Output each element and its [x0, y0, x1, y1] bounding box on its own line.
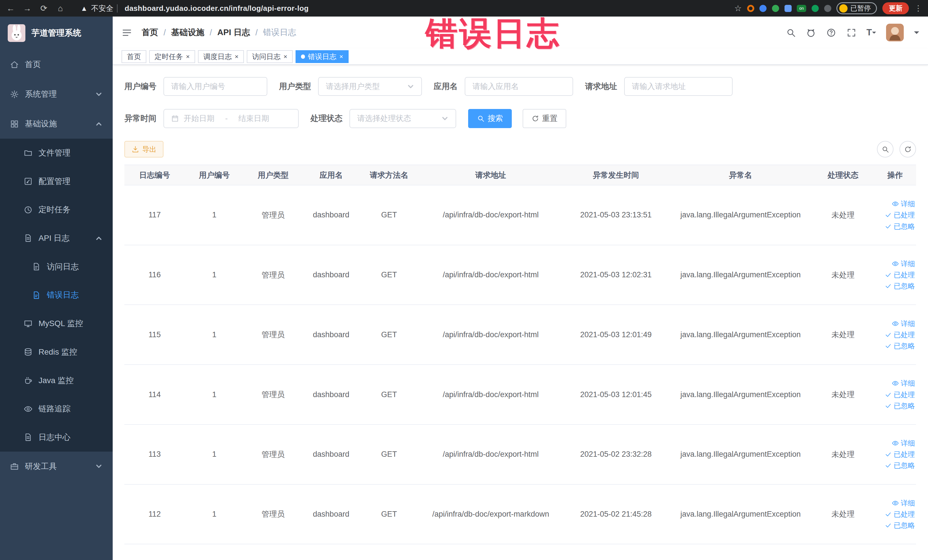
ignored-link[interactable]: 已忽略 — [885, 461, 915, 470]
sidebar-item-mysql-monitor[interactable]: MySQL 监控 — [0, 309, 113, 338]
filter-user-type: 用户类型 请选择用户类型 — [279, 77, 422, 96]
app-title: 芋道管理系统 — [31, 27, 81, 39]
processed-link[interactable]: 已处理 — [885, 270, 915, 279]
request-url-input[interactable]: 请输入请求地址 — [624, 77, 733, 96]
sidebar-item-label: 首页 — [25, 59, 41, 70]
extension-icon[interactable] — [772, 5, 779, 12]
detail-link[interactable]: 详细 — [892, 378, 915, 388]
reset-button[interactable]: 重置 — [523, 109, 566, 128]
fullscreen-icon[interactable] — [846, 27, 856, 38]
search-icon[interactable] — [786, 27, 796, 38]
ignored-link[interactable]: 已忽略 — [885, 281, 915, 291]
sidebar-item-label: Redis 监控 — [38, 346, 77, 357]
sidebar-item-dev-tools[interactable]: 研发工具 — [0, 452, 113, 481]
toggle-search-button[interactable] — [877, 141, 893, 157]
user-id-input[interactable]: 请输入用户编号 — [163, 77, 267, 96]
extension-icon[interactable] — [785, 5, 792, 12]
exception-time-range-picker[interactable]: 开始日期 - 结束日期 — [163, 109, 299, 128]
update-button[interactable]: 更新 — [882, 2, 909, 14]
processed-link[interactable]: 已处理 — [885, 210, 915, 220]
ignored-link[interactable]: 已忽略 — [885, 341, 915, 351]
table-cell: GET — [360, 305, 418, 365]
tab-调度日志[interactable]: 调度日志× — [198, 50, 244, 63]
user-avatar[interactable] — [886, 24, 904, 41]
sidebar-item-infrastructure[interactable]: 基础设施 — [0, 109, 113, 139]
profile-paused-badge[interactable]: 已暂停 — [836, 2, 877, 14]
app-logo[interactable]: 芋道管理系统 — [0, 17, 113, 50]
tab-close-icon[interactable]: × — [339, 53, 343, 60]
breadcrumb-item[interactable]: 基础设施 — [171, 27, 204, 38]
sidebar-toggle-icon[interactable] — [122, 27, 132, 38]
browser-menu-icon[interactable]: ⋮ — [914, 4, 922, 13]
ignored-link[interactable]: 已忽略 — [885, 222, 915, 231]
user-type-select[interactable]: 请选择用户类型 — [318, 77, 422, 96]
help-icon[interactable] — [826, 27, 836, 38]
forward-icon[interactable]: → — [23, 4, 32, 13]
refresh-table-button[interactable] — [899, 141, 916, 157]
detail-link[interactable]: 详细 — [892, 438, 915, 448]
ignored-link[interactable]: 已忽略 — [885, 401, 915, 410]
search-button[interactable]: 搜索 — [468, 109, 512, 128]
action-label: 已忽略 — [894, 401, 915, 410]
extension-icon[interactable] — [812, 5, 819, 12]
table-cell: 1 — [185, 424, 244, 484]
app-name-input[interactable]: 请输入应用名 — [465, 77, 573, 96]
extension-icon[interactable] — [759, 5, 766, 12]
sidebar-item-redis-monitor[interactable]: Redis 监控 — [0, 338, 113, 366]
tab-首页[interactable]: 首页 — [122, 50, 147, 63]
tab-定时任务[interactable]: 定时任务× — [149, 50, 195, 63]
error-log-table: 日志编号用户编号用户类型应用名请求方法名请求地址异常发生时间异常名处理状态操作 … — [124, 165, 916, 544]
processed-link[interactable]: 已处理 — [885, 330, 915, 339]
bookmark-star-icon[interactable]: ☆ — [734, 3, 742, 13]
breadcrumb-item[interactable]: API 日志 — [217, 27, 250, 38]
sidebar-item-home[interactable]: 首页 — [0, 50, 113, 79]
font-size-icon[interactable]: T — [866, 27, 876, 38]
processed-link[interactable]: 已处理 — [885, 390, 915, 400]
sidebar-item-java-monitor[interactable]: Java 监控 — [0, 366, 113, 395]
sidebar-item-config-manage[interactable]: 配置管理 — [0, 167, 113, 196]
tab-访问日志[interactable]: 访问日志× — [247, 50, 293, 63]
tab-close-icon[interactable]: × — [186, 53, 190, 60]
back-icon[interactable]: ← — [6, 4, 15, 13]
start-date-placeholder: 开始日期 — [184, 113, 215, 124]
sidebar-item-scheduled-jobs[interactable]: 定时任务 — [0, 195, 113, 224]
reload-icon[interactable]: ⟳ — [39, 3, 49, 13]
detail-link[interactable]: 详细 — [892, 199, 915, 209]
url-text[interactable]: dashboard.yudao.iocoder.cn/infra/log/api… — [125, 4, 309, 13]
sidebar-item-file-manage[interactable]: 文件管理 — [0, 139, 113, 167]
github-icon[interactable] — [806, 27, 816, 38]
sidebar-item-log-center[interactable]: 日志中心 — [0, 423, 113, 452]
extension-icon[interactable] — [824, 5, 831, 12]
chevron-down-icon[interactable] — [914, 31, 919, 37]
extension-icon[interactable] — [747, 5, 754, 12]
breadcrumb-separator: / — [210, 28, 212, 37]
tab-错误日志[interactable]: 错误日志× — [296, 50, 348, 63]
action-label: 详细 — [901, 378, 915, 388]
process-status-select[interactable]: 请选择处理状态 — [350, 109, 456, 128]
home-icon[interactable]: ⌂ — [56, 4, 65, 13]
sidebar-item-access-log[interactable]: 访问日志 — [0, 252, 113, 281]
table-header-row: 日志编号用户编号用户类型应用名请求方法名请求地址异常发生时间异常名处理状态操作 — [124, 165, 916, 185]
ignored-link[interactable]: 已忽略 — [885, 520, 915, 530]
logo-rabbit-icon — [8, 24, 25, 42]
processed-link[interactable]: 已处理 — [885, 510, 915, 519]
breadcrumb-item[interactable]: 首页 — [142, 27, 158, 38]
extension-on-badge-icon[interactable]: on — [797, 5, 806, 12]
sidebar-item-system-manage[interactable]: 系统管理 — [0, 79, 113, 109]
gear-icon — [10, 90, 19, 99]
tab-close-icon[interactable]: × — [284, 53, 287, 60]
sidebar-item-error-log[interactable]: 错误日志 — [0, 281, 113, 310]
check-icon — [885, 271, 892, 278]
detail-link[interactable]: 详细 — [892, 319, 915, 328]
security-label: 不安全 — [91, 3, 113, 14]
tab-close-icon[interactable]: × — [235, 53, 238, 60]
check-icon — [885, 462, 892, 469]
export-button[interactable]: 导出 — [124, 141, 163, 157]
detail-link[interactable]: 详细 — [892, 259, 915, 269]
security-chip[interactable]: ▲ 不安全 — [81, 3, 117, 14]
table-cell: GET — [360, 484, 418, 544]
sidebar-item-api-log[interactable]: API 日志 — [0, 224, 113, 252]
detail-link[interactable]: 详细 — [892, 498, 915, 508]
processed-link[interactable]: 已处理 — [885, 450, 915, 459]
sidebar-item-link-trace[interactable]: 链路追踪 — [0, 395, 113, 423]
